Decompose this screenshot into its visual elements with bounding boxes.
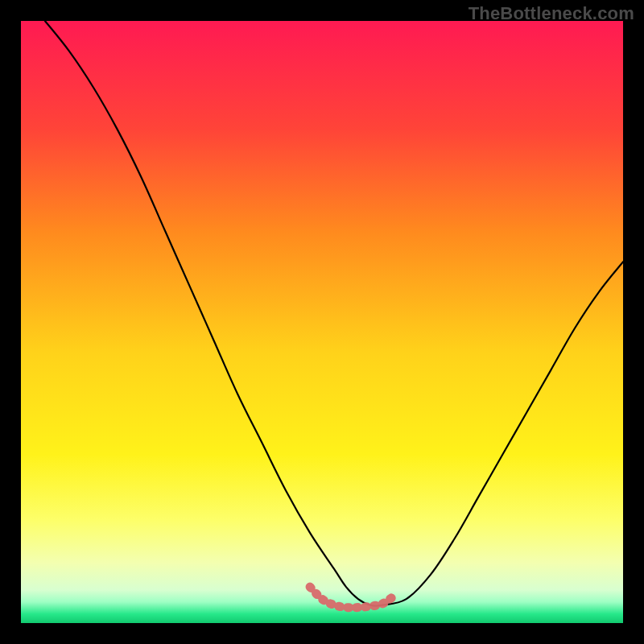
chart-svg: [21, 21, 623, 623]
plot-area: [21, 21, 623, 623]
gradient-background: [21, 21, 623, 623]
chart-frame: TheBottleneck.com: [0, 0, 644, 644]
